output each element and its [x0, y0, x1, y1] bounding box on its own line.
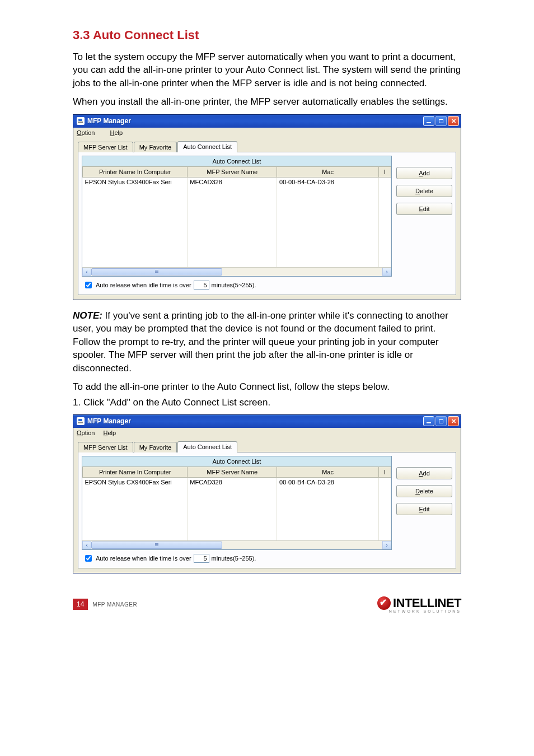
tab-my-favorite[interactable]: My Favorite: [134, 442, 177, 452]
mfp-manager-window-2: MFP Manager ✕ Option Help MFP Server Lis…: [73, 414, 461, 573]
tab-mfp-server-list[interactable]: MFP Server List: [78, 442, 133, 452]
auto-release-suffix: minutes(5~255).: [212, 555, 256, 562]
menu-option[interactable]: Option: [77, 430, 95, 436]
edit-button[interactable]: Edit: [396, 203, 452, 215]
brand-name: INTELLINET: [393, 596, 461, 610]
menubar: Option Help: [73, 428, 461, 438]
auto-release-checkbox[interactable]: [85, 282, 92, 288]
close-button[interactable]: ✕: [448, 116, 459, 126]
cell-mac: 00-00-B4-CA-D3-28: [277, 177, 379, 186]
page-footer: 14 MFP MANAGER INTELLINET NETWORK SOLUTI…: [73, 596, 461, 613]
table-row[interactable]: EPSON Stylus CX9400Fax Seri MFCAD328 00-…: [83, 177, 391, 186]
edit-button[interactable]: Edit: [396, 503, 452, 515]
maximize-button[interactable]: [435, 416, 447, 426]
scroll-left-button[interactable]: ‹: [82, 268, 91, 276]
auto-connect-table: Printer Name In Computer MFP Server Name…: [82, 166, 391, 267]
brand-logo: INTELLINET NETWORK SOLUTIONS: [377, 596, 461, 613]
col-server-name[interactable]: MFP Server Name: [188, 466, 277, 477]
col-ip[interactable]: I: [378, 166, 391, 177]
idle-minutes-input[interactable]: [194, 281, 209, 290]
table-row[interactable]: EPSON Stylus CX9400Fax Seri MFCAD328 00-…: [83, 477, 391, 487]
maximize-button[interactable]: [435, 116, 447, 126]
scroll-right-button[interactable]: ›: [382, 268, 391, 276]
col-ip[interactable]: I: [378, 466, 391, 477]
add-button[interactable]: Add: [396, 467, 452, 479]
tab-my-favorite[interactable]: My Favorite: [134, 142, 177, 152]
horizontal-scrollbar[interactable]: ‹ ›: [82, 267, 391, 276]
auto-release-label: Auto release when idle time is over: [96, 555, 191, 562]
add-button[interactable]: Add: [396, 167, 452, 179]
paragraph-intro-1: To let the system occupy the MFP server …: [73, 50, 461, 90]
step-1: 1. Click "Add" on the Auto Connect List …: [73, 396, 461, 409]
cell-server: MFCAD328: [188, 477, 277, 487]
paragraph-add-instruction: To add the all-in-one printer to the Aut…: [73, 380, 461, 393]
scroll-thumb[interactable]: [91, 268, 222, 276]
scroll-thumb[interactable]: [91, 542, 222, 549]
delete-button[interactable]: Delete: [396, 485, 452, 497]
checkmark-icon: [377, 596, 391, 610]
cell-printer: EPSON Stylus CX9400Fax Seri: [83, 177, 188, 186]
close-button[interactable]: ✕: [448, 416, 459, 426]
menu-help[interactable]: Help: [110, 129, 123, 136]
scroll-left-button[interactable]: ‹: [82, 541, 91, 549]
window-title: MFP Manager: [87, 417, 423, 425]
menu-option[interactable]: Option: [77, 129, 101, 136]
cell-mac: 00-00-B4-CA-D3-28: [277, 477, 379, 487]
list-title: Auto Connect List: [82, 156, 392, 166]
col-printer-name[interactable]: Printer Name In Computer: [83, 466, 188, 477]
minimize-button[interactable]: [423, 116, 434, 126]
cell-printer: EPSON Stylus CX9400Fax Seri: [83, 477, 188, 487]
mfp-manager-window-1: MFP Manager ✕ Option Help MFP Server Lis…: [73, 114, 461, 300]
auto-release-checkbox[interactable]: [85, 555, 92, 562]
col-server-name[interactable]: MFP Server Name: [188, 166, 277, 177]
page-number: 14: [73, 599, 88, 610]
cell-server: MFCAD328: [188, 177, 277, 186]
scroll-right-button[interactable]: ›: [382, 541, 391, 549]
section-heading: 3.3 Auto Connect List: [73, 28, 461, 43]
app-icon: [77, 117, 85, 125]
note-text: If you've sent a printing job to the all…: [73, 310, 448, 374]
auto-release-label: Auto release when idle time is over: [96, 282, 191, 288]
app-icon: [77, 417, 85, 425]
menubar: Option Help: [73, 128, 461, 138]
note-label: NOTE:: [73, 310, 102, 321]
horizontal-scrollbar[interactable]: ‹ ›: [82, 540, 391, 549]
window-title: MFP Manager: [87, 117, 423, 125]
titlebar[interactable]: MFP Manager ✕: [73, 115, 461, 128]
footer-section-label: MFP MANAGER: [92, 601, 137, 608]
menu-help[interactable]: Help: [103, 430, 116, 436]
tab-auto-connect-list[interactable]: Auto Connect List: [177, 441, 237, 452]
paragraph-intro-2: When you install the all-in-one printer,…: [73, 95, 461, 108]
col-mac[interactable]: Mac: [277, 166, 379, 177]
titlebar[interactable]: MFP Manager ✕: [73, 415, 461, 428]
minimize-button[interactable]: [423, 416, 434, 426]
tabstrip: MFP Server List My Favorite Auto Connect…: [78, 141, 456, 152]
brand-tagline: NETWORK SOLUTIONS: [389, 609, 461, 613]
idle-minutes-input[interactable]: [194, 554, 209, 563]
note-paragraph: NOTE: If you've sent a printing job to t…: [73, 309, 461, 375]
tab-mfp-server-list[interactable]: MFP Server List: [78, 142, 133, 152]
delete-button[interactable]: Delete: [396, 185, 452, 197]
auto-connect-table: Printer Name In Computer MFP Server Name…: [82, 466, 391, 540]
col-mac[interactable]: Mac: [277, 466, 379, 477]
tab-auto-connect-list[interactable]: Auto Connect List: [177, 141, 237, 152]
auto-release-suffix: minutes(5~255).: [212, 282, 256, 288]
list-title: Auto Connect List: [82, 456, 392, 466]
col-printer-name[interactable]: Printer Name In Computer: [83, 166, 188, 177]
